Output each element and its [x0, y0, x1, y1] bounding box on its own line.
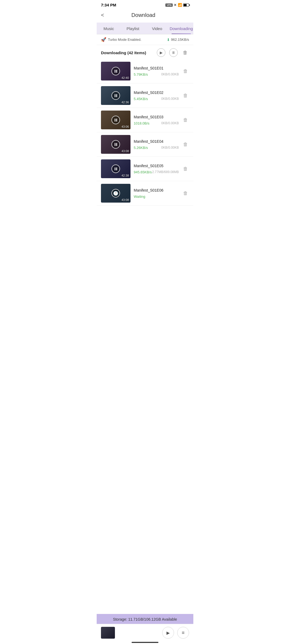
status-icons: VPN ✕ 📶 [165, 3, 189, 7]
item-title: Manifest_S01E05 [134, 164, 179, 168]
item-info: Manifest_S01E01 5.79KB/s 0KB/0.00KB [134, 66, 179, 76]
item-meta: 1018.0B/s 0KB/0.00KB [134, 121, 179, 125]
thumbnail[interactable]: 43:06 [101, 111, 130, 129]
pause-button[interactable] [111, 140, 120, 149]
global-speed-value: 962.15KB/s [171, 38, 189, 42]
item-speed: 5.79KB/s [134, 72, 148, 76]
back-button[interactable]: < [101, 11, 106, 19]
item-speed: 5.26KB/s [134, 146, 148, 150]
tab-video[interactable]: Video [145, 23, 169, 34]
pause-button[interactable] [111, 164, 120, 173]
item-meta: 945.65KB/s 2.77MB/689.08MB [134, 170, 179, 174]
thumb-duration: 42:40 [121, 76, 129, 79]
item-title: Manifest_S01E06 [134, 188, 179, 192]
item-speed: 5.45KB/s [134, 97, 148, 101]
item-meta: 5.79KB/s 0KB/0.00KB [134, 72, 179, 76]
download-list: 42:40 Manifest_S01E01 5.79KB/s 0KB/0.00K… [97, 59, 193, 238]
download-speed-global: ⬇ 962.15KB/s [167, 38, 189, 42]
thumb-duration: 43:08 [121, 149, 129, 153]
item-info: Manifest_S01E05 945.65KB/s 2.77MB/689.08… [134, 164, 179, 174]
list-item: 43:06 Manifest_S01E03 1018.0B/s 0KB/0.00… [97, 108, 193, 132]
tab-music[interactable]: Music [97, 23, 121, 34]
thumbnail[interactable]: 42:40 [101, 62, 130, 80]
pause-button[interactable] [111, 67, 120, 75]
thumbnail[interactable]: 42:38 [101, 159, 130, 178]
item-size: 0KB/0.00KB [161, 72, 179, 76]
list-item: 42:38 Manifest_S01E05 945.65KB/s 2.77MB/… [97, 157, 193, 181]
section-header: Downloading (42 Items) ▶ ⏸ 🗑 [97, 45, 193, 59]
item-info: Manifest_S01E06 Waiting [134, 188, 179, 199]
turbo-label: Turbo Mode Enabled. [108, 38, 142, 42]
delete-button[interactable]: 🗑 [182, 165, 189, 173]
pause-button[interactable] [111, 116, 120, 124]
turbo-info: 🚀 Turbo Mode Enabled. [101, 37, 142, 42]
item-info: Manifest_S01E02 5.45KB/s 0KB/0.00KB [134, 90, 179, 101]
delete-button[interactable]: 🗑 [182, 141, 189, 148]
list-item: 42:36 Manifest_S01E02 5.45KB/s 0KB/0.00K… [97, 83, 193, 108]
vpn-badge: VPN [165, 3, 173, 7]
tab-downloading[interactable]: Downloading [169, 23, 193, 34]
item-size: 0KB/0.00KB [161, 97, 179, 101]
item-size: 0KB/0.00KB [161, 121, 179, 125]
close-icon: ✕ [174, 3, 177, 7]
item-title: Manifest_S01E02 [134, 90, 179, 95]
tab-bar: Music Playlist Video Downloading [97, 23, 193, 34]
download-arrow-icon: ⬇ [167, 38, 170, 42]
pause-button[interactable] [111, 91, 120, 100]
item-speed: 1018.0B/s [134, 121, 150, 125]
turbo-icon: 🚀 [101, 37, 106, 42]
item-meta: 5.45KB/s 0KB/0.00KB [134, 97, 179, 101]
item-speed: 945.65KB/s [134, 170, 152, 174]
page-title: Download [106, 12, 180, 18]
thumbnail[interactable]: 42:36 [101, 86, 130, 105]
list-item: 43:08 Manifest_S01E04 5.26KB/s 0KB/0.00K… [97, 132, 193, 157]
section-controls: ▶ ⏸ 🗑 [157, 48, 189, 57]
item-meta: 5.26KB/s 0KB/0.00KB [134, 146, 179, 150]
battery-icon [183, 3, 189, 7]
status-time: 7:34 PM [101, 3, 116, 7]
pause-icon: ⏸ [172, 50, 175, 55]
status-bar: 7:34 PM VPN ✕ 📶 [97, 0, 193, 9]
list-item: 42:40 Manifest_S01E01 5.79KB/s 0KB/0.00K… [97, 59, 193, 83]
thumb-duration: 42:38 [121, 174, 129, 177]
tab-playlist[interactable]: Playlist [121, 23, 145, 34]
delete-button[interactable]: 🗑 [182, 67, 189, 75]
waiting-icon: 🕐 [111, 189, 120, 197]
item-info: Manifest_S01E03 1018.0B/s 0KB/0.00KB [134, 115, 179, 125]
thumbnail[interactable]: 🕐 43:08 [101, 184, 130, 203]
wifi-icon: 📶 [178, 3, 182, 7]
delete-all-button[interactable]: 🗑 [182, 49, 189, 56]
header: < Download [97, 9, 193, 23]
play-icon: ▶ [160, 50, 163, 55]
item-title: Manifest_S01E03 [134, 115, 179, 119]
delete-button[interactable]: 🗑 [182, 189, 189, 197]
delete-button[interactable]: 🗑 [182, 116, 189, 124]
turbo-bar: 🚀 Turbo Mode Enabled. ⬇ 962.15KB/s [97, 34, 193, 45]
item-status: Waiting [134, 195, 145, 199]
item-info: Manifest_S01E04 5.26KB/s 0KB/0.00KB [134, 139, 179, 150]
play-all-button[interactable]: ▶ [157, 48, 165, 57]
thumb-duration: 43:08 [121, 198, 129, 202]
item-size: 0KB/0.00KB [161, 146, 179, 149]
item-meta: Waiting [134, 195, 179, 199]
thumb-duration: 43:06 [121, 125, 129, 128]
item-size: 2.77MB/689.08MB [152, 170, 179, 174]
thumbnail[interactable]: 43:08 [101, 135, 130, 154]
list-item: 🕐 43:08 Manifest_S01E06 Waiting 🗑 [97, 181, 193, 206]
trash-icon: 🗑 [183, 50, 188, 56]
item-title: Manifest_S01E01 [134, 66, 179, 70]
delete-button[interactable]: 🗑 [182, 92, 189, 100]
item-title: Manifest_S01E04 [134, 139, 179, 144]
section-title: Downloading (42 Items) [101, 50, 146, 55]
thumb-duration: 42:36 [121, 101, 129, 104]
pause-all-button[interactable]: ⏸ [169, 48, 178, 57]
